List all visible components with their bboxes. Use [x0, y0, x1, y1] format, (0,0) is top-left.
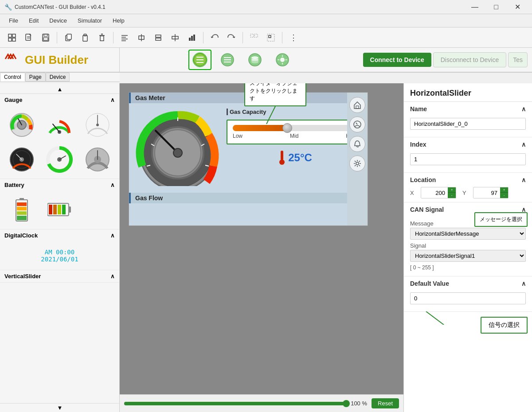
- toolbar-save-icon[interactable]: [38, 30, 53, 45]
- menu-device[interactable]: Device: [45, 16, 71, 26]
- toolbar-sep2: [113, 32, 113, 43]
- y-decrement-button[interactable]: -: [500, 193, 508, 198]
- maximize-button[interactable]: □: [486, 0, 506, 14]
- sidebar-gauge-item-2[interactable]: [43, 109, 77, 140]
- sidebar-section-battery-header[interactable]: Battery ∧: [0, 179, 119, 191]
- sidebar-battery-item-1[interactable]: [4, 194, 39, 225]
- svg-rect-66: [17, 211, 27, 215]
- tab-device[interactable]: Device: [46, 73, 70, 82]
- panel-name-chevron: ∧: [521, 105, 526, 113]
- device-action-buttons: Connect to Device Disconnect to Device T…: [363, 52, 532, 67]
- sidebar-scroll-up[interactable]: ▲: [0, 85, 120, 94]
- toolbar-sep4: [243, 32, 243, 43]
- tooltip-arrow: [262, 106, 289, 124]
- index-input[interactable]: [410, 153, 526, 165]
- tooltip-message-text: メッセージを選択: [480, 216, 522, 222]
- device-icon-database[interactable]: [243, 50, 266, 70]
- side-home-icon[interactable]: [349, 97, 365, 113]
- panel-name-header: Name ∧: [404, 102, 532, 116]
- sidebar-gauge-item-4[interactable]: [4, 144, 39, 175]
- svg-rect-28: [191, 36, 193, 41]
- gas-flow-label: Gas Flow: [135, 194, 163, 202]
- signal-select[interactable]: HorizontalSliderSignal1: [410, 250, 526, 262]
- sidebar-section-clock-header[interactable]: DigitalClock ∧: [0, 229, 119, 241]
- slider-widget[interactable]: Low Mid High: [227, 120, 363, 144]
- sidebar-section-vslider-header[interactable]: VerticalSlider ∧: [0, 270, 119, 282]
- slider-thumb[interactable]: [282, 123, 292, 133]
- toolbar-new-icon[interactable]: [21, 30, 36, 45]
- toolbar-chart-icon[interactable]: [184, 30, 200, 45]
- y-input[interactable]: [473, 188, 500, 198]
- menu-edit[interactable]: Edit: [24, 16, 43, 26]
- default-value-input[interactable]: [410, 292, 526, 304]
- toolbar-sep5: [282, 32, 282, 43]
- toolbar-paste-icon[interactable]: [78, 30, 93, 45]
- tooltip-slider-text: スライダーオブジェクトをクリックします: [250, 83, 297, 101]
- clock-time: AM 00:00 2021/06/01: [4, 245, 115, 266]
- disconnect-from-device-button[interactable]: Disconnect to Device: [433, 52, 507, 67]
- toolbar-delete-icon[interactable]: [94, 30, 110, 45]
- sidebar-gauge-item-5[interactable]: [43, 144, 77, 175]
- toolbar-align-center-icon[interactable]: [134, 30, 149, 45]
- slider-track[interactable]: [233, 125, 357, 131]
- connect-to-device-button[interactable]: Connect to Device: [363, 53, 431, 67]
- device-icon-list[interactable]: [216, 50, 239, 70]
- toolbar-grid-icon[interactable]: [4, 30, 20, 45]
- sidebar-gauge-item-1[interactable]: [4, 109, 39, 140]
- message-select[interactable]: HorizontalSliderMessage: [410, 228, 526, 240]
- panel-name-section: Name ∧: [404, 102, 532, 137]
- svg-rect-33: [269, 35, 271, 38]
- progress-track[interactable]: [124, 402, 346, 405]
- menu-file[interactable]: File: [4, 16, 23, 26]
- sidebar-gauge-item-6[interactable]: [80, 144, 115, 175]
- close-button[interactable]: ✕: [507, 0, 528, 14]
- panel-name-field: [404, 116, 532, 137]
- app-icon: 🔧: [4, 4, 12, 11]
- toolbar-distribute-icon[interactable]: [168, 30, 183, 45]
- panel-default-field: 信号の選択: [404, 291, 532, 311]
- device-icon-gear[interactable]: [271, 50, 294, 70]
- toolbar-copy-icon[interactable]: [61, 30, 76, 45]
- menubar: File Edit Device Simulator Help: [0, 14, 532, 27]
- menu-simulator[interactable]: Simulator: [73, 16, 106, 26]
- gas-flow-header: Gas Flow: [129, 193, 368, 203]
- name-input[interactable]: [410, 118, 526, 130]
- y-increment-button[interactable]: +: [500, 187, 508, 193]
- toolbar-more-icon[interactable]: ⋮: [286, 30, 301, 45]
- tab-control[interactable]: Control: [0, 73, 25, 82]
- test-button[interactable]: Tes: [508, 52, 528, 67]
- toolbar-grid2-icon[interactable]: [246, 30, 262, 45]
- canvas-widget: Gas Meter: [129, 92, 368, 226]
- toolbar-snap-icon[interactable]: [263, 30, 278, 45]
- svg-rect-3: [12, 38, 16, 41]
- sidebar-gauge-item-3[interactable]: [80, 109, 115, 140]
- svg-rect-73: [58, 205, 61, 214]
- menu-help[interactable]: Help: [108, 16, 129, 26]
- side-settings-icon[interactable]: [349, 155, 365, 171]
- svg-rect-11: [67, 34, 71, 39]
- slider-labels: Low Mid High: [233, 133, 357, 139]
- sidebar-section-gauge-chevron: ∧: [110, 97, 115, 103]
- svg-rect-0: [8, 34, 12, 37]
- x-input[interactable]: [421, 188, 448, 198]
- svg-line-90: [356, 123, 357, 124]
- toolbar-redo-icon[interactable]: [224, 30, 239, 45]
- device-icon-grid[interactable]: [188, 50, 211, 70]
- toolbar-undo-icon[interactable]: [207, 30, 222, 45]
- svg-point-80: [173, 148, 182, 157]
- reset-button[interactable]: Reset: [372, 398, 399, 408]
- tab-page[interactable]: Page: [25, 73, 46, 82]
- sidebar-battery-item-2[interactable]: [43, 194, 77, 225]
- toolbar-align-right-icon[interactable]: [151, 30, 166, 45]
- sidebar-section-gauge-header[interactable]: Gauge ∧: [0, 94, 119, 106]
- progress-thumb[interactable]: [343, 400, 350, 407]
- sidebar-section-gauge: Gauge ∧: [0, 94, 119, 179]
- minimize-button[interactable]: —: [465, 0, 485, 14]
- side-bell-icon[interactable]: [349, 136, 365, 152]
- toolbar-align-left-icon[interactable]: [117, 30, 132, 45]
- x-increment-button[interactable]: +: [448, 187, 456, 193]
- side-dial-icon[interactable]: [349, 117, 365, 132]
- sidebar-scroll-down[interactable]: ▼: [0, 403, 120, 412]
- x-decrement-button[interactable]: -: [448, 193, 456, 198]
- right-panel: HorizontalSlider Name ∧ Index ∧ Loca: [403, 83, 532, 412]
